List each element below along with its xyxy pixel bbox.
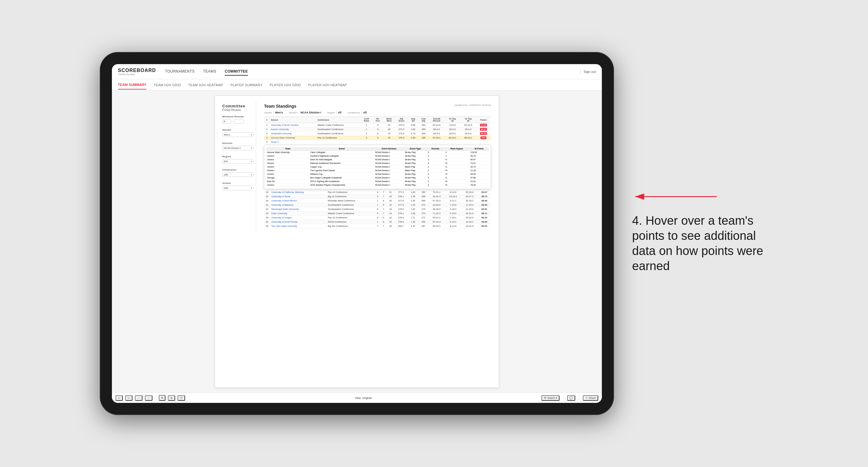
cell-points[interactable] xyxy=(476,140,491,144)
cell-rank: 4 xyxy=(264,136,270,140)
cell-overall: 53-41-1 xyxy=(429,216,445,220)
subnav-team-h2h-grid[interactable]: TEAM H2H GRID xyxy=(154,81,181,89)
red-arrow-svg xyxy=(632,188,723,206)
cell-rank: 24 xyxy=(264,216,270,220)
cell-points[interactable]: 83.89 xyxy=(478,220,491,224)
paste-button[interactable]: ⊕ xyxy=(168,395,175,401)
comment-button[interactable]: 💬 xyxy=(567,395,575,401)
forward-button[interactable]: → xyxy=(145,395,152,401)
share-button[interactable]: ↗ Share xyxy=(583,395,598,401)
cell-points[interactable]: 88.70 xyxy=(478,194,491,199)
subnav-player-summary[interactable]: PLAYER SUMMARY xyxy=(230,81,262,89)
region-select[interactable]: N/A xyxy=(222,159,253,164)
cell-school[interactable]: Mississippi State University xyxy=(270,207,327,211)
conference-select[interactable]: (All) xyxy=(222,173,253,177)
cell-low-sg: 260 xyxy=(418,190,429,194)
minimum-rounds-section: Minimum Rounds - xyxy=(222,115,253,124)
subnav-team-h2h-heatmap[interactable]: TEAM H2H HEATMAP xyxy=(188,81,223,89)
cell-school[interactable]: University of Alabama xyxy=(270,203,327,207)
toolbar-sep2 xyxy=(563,396,563,401)
hover-col-team: Team xyxy=(266,147,309,151)
cell-school[interactable]: The Ohio State University xyxy=(270,224,327,228)
nav-teams[interactable]: TEAMS xyxy=(203,68,217,75)
cell-school[interactable]: University of North Florida xyxy=(270,220,327,224)
cell-points[interactable]: 88.48 xyxy=(478,203,491,207)
cell-avg-score xyxy=(408,140,418,144)
copy-button[interactable]: ⧉ xyxy=(159,395,165,401)
page-layout: SCOREBOARD Powered by clippi TOURNAMENTS… xyxy=(100,52,768,415)
cell-points[interactable]: 79.5 xyxy=(476,136,491,140)
cell-conference: Southeastern Conference xyxy=(327,207,375,211)
cell-rank: 20 xyxy=(264,199,270,203)
hover-cell-points: 41.01 xyxy=(469,180,489,183)
subnav-player-h2h-grid[interactable]: PLAYER H2H GRID xyxy=(270,81,301,89)
cell-avg-score: 1.32 xyxy=(407,207,418,211)
hover-cell-rank-impact: -1 xyxy=(444,154,469,158)
hover-cell-division: NCAA Division I xyxy=(374,158,404,161)
cell-school[interactable]: University of Oregon xyxy=(270,216,327,220)
table-row: 19 University of Texas Big 12 Conference… xyxy=(264,194,491,199)
cell-school[interactable]: University of New Mexico xyxy=(270,199,327,203)
cell-points[interactable]: 83.07 xyxy=(478,190,491,194)
undo-button[interactable]: ↩ xyxy=(116,395,123,401)
conference-filter-display: Conference: All xyxy=(347,111,367,114)
cell-conf-rank xyxy=(361,140,373,144)
cell-school[interactable]: Vanderbilt University xyxy=(270,131,316,136)
update-time-label: Update time: xyxy=(454,104,468,106)
hover-cell-type: Stroke Play xyxy=(404,151,427,154)
subnav-team-summary[interactable]: TEAM SUMMARY xyxy=(118,81,146,90)
hover-cell-type: Stroke Play xyxy=(404,173,427,176)
cell-points[interactable]: 88.49 xyxy=(478,199,491,203)
cell-low-sg: 262 xyxy=(418,123,429,127)
hover-cell-division: NCAA Division I xyxy=(374,151,404,154)
hover-cell-division: NCAA Division I xyxy=(374,165,404,169)
cell-points[interactable]: 88.34 xyxy=(478,216,491,220)
rounds-max-input[interactable] xyxy=(235,119,244,124)
col-vs25: Vs Top25 xyxy=(444,117,460,123)
cell-points[interactable]: 83.81 xyxy=(478,207,491,211)
col-vs50: Vs Top50 xyxy=(460,117,476,123)
cell-points[interactable]: 97.03 xyxy=(476,123,491,127)
timer-button[interactable]: ⏱ xyxy=(178,395,185,401)
cell-conf-rank: 7 xyxy=(375,203,381,207)
cell-vs25: 4-15-0 xyxy=(445,211,461,216)
cell-school[interactable]: Texas T... xyxy=(270,140,316,144)
cell-school[interactable]: University of North Carolina xyxy=(270,123,316,127)
cell-vs50: 11-23-0 xyxy=(461,207,477,211)
cell-school[interactable]: University of California, Berkeley xyxy=(270,190,327,194)
cell-vs25: 13-9-0 xyxy=(444,123,460,127)
gender-select[interactable]: Men's xyxy=(222,132,253,137)
subnav-player-h2h-heatmap[interactable]: PLAYER H2H HEATMAP xyxy=(308,81,347,89)
cell-school[interactable]: Duke University xyxy=(270,211,327,216)
cell-conference xyxy=(316,140,361,144)
cell-points[interactable]: 80.94 xyxy=(478,224,491,228)
standings-title: Team Standings xyxy=(264,104,297,108)
cell-points[interactable]: 93.31 xyxy=(476,127,491,131)
cell-adj-score: 277.6 xyxy=(394,199,407,203)
division-select[interactable]: NCAA Division I xyxy=(222,146,253,150)
update-time-section: Update time: 13/03/2024 10:03:42 xyxy=(454,104,491,106)
rounds-min-input[interactable] xyxy=(222,119,231,124)
logo-text: SCOREBOARD xyxy=(118,68,156,73)
school-select[interactable]: (All) xyxy=(222,186,253,190)
redo-button[interactable]: ↪ xyxy=(125,395,132,401)
sign-out-button[interactable]: Sign out xyxy=(584,70,596,73)
table-row: 3 Vanderbilt University Southeastern Con… xyxy=(264,131,491,136)
hover-cell-rank-impact: -1 xyxy=(444,151,469,154)
cell-bnds-wins: 18 xyxy=(386,224,394,228)
cell-school[interactable]: Arizona State University xyxy=(270,136,316,140)
cell-points[interactable]: 88.71 xyxy=(478,211,491,216)
hover-cell-team: Florida I xyxy=(266,169,309,173)
logo-sub: Powered by clippi xyxy=(118,73,156,75)
hover-table-row: Univers National Invitational Tournament… xyxy=(266,161,489,165)
col-bnds-wins: BndsWins xyxy=(383,117,395,123)
cell-school[interactable]: Auburn University xyxy=(270,127,316,131)
back-button[interactable]: ← xyxy=(135,395,143,401)
cell-no-tour: 8 xyxy=(372,131,383,136)
cell-bnds-wins: 23 xyxy=(383,127,395,131)
cell-points[interactable]: 90.32 xyxy=(476,131,491,136)
nav-tournaments[interactable]: TOURNAMENTS xyxy=(165,68,195,75)
cell-school[interactable]: University of Texas xyxy=(270,194,327,199)
nav-committee[interactable]: COMMITTEE xyxy=(225,68,248,75)
watch-button[interactable]: 👁 Watch ▾ xyxy=(541,395,559,401)
